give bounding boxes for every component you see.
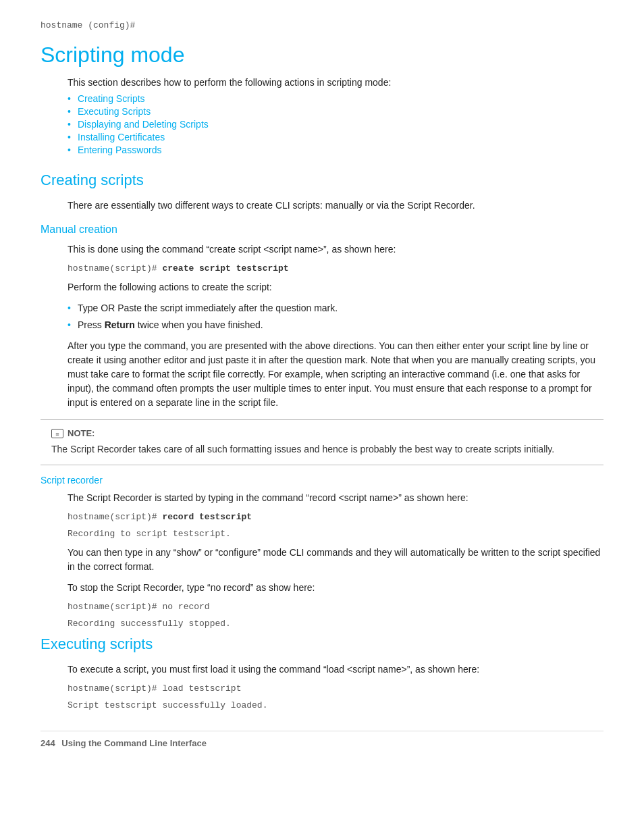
script-recorder-code2: Recording to script testscript.: [68, 529, 603, 539]
note-box: NOTE: The Script Recorder takes care of …: [41, 419, 603, 465]
note-label: NOTE:: [51, 428, 593, 438]
manual-creation-text1: This is done using the command “create s…: [68, 242, 603, 257]
top-code-block: hostname (config)#: [41, 20, 603, 30]
link-executing-scripts[interactable]: Executing Scripts: [78, 106, 151, 117]
manual-creation-code1: hostname(script)# create script testscri…: [68, 263, 603, 273]
executing-scripts-code2: Script testscript successfully loaded.: [68, 700, 603, 710]
link-entering-passwords[interactable]: Entering Passwords: [78, 145, 162, 155]
sr-code1-prefix: hostname(script)#: [68, 512, 162, 522]
script-recorder-text2: You can then type in any “show” or “conf…: [68, 546, 603, 574]
executing-scripts-code1: hostname(script)# load testscript: [68, 683, 603, 694]
sr-code1-bold: record testscript: [162, 512, 252, 522]
manual-creation-text2: Perform the following actions to create …: [68, 280, 603, 294]
script-recorder-text3: To stop the Script Recorder, type “no re…: [68, 581, 603, 595]
intro-text: This section describes how to perform th…: [68, 77, 603, 88]
link-creating-scripts[interactable]: Creating Scripts: [78, 93, 145, 104]
manual-creation-text3: After you type the command, you are pres…: [68, 339, 603, 410]
bullet-item-2: Press Return twice when you have finishe…: [78, 318, 603, 332]
footer-page-number: 244: [41, 738, 55, 748]
manual-creation-title: Manual creation: [41, 224, 603, 236]
script-recorder-code1: hostname(script)# record testscript: [68, 512, 603, 522]
page-title: Scripting mode: [41, 43, 603, 68]
link-displaying-deleting-scripts[interactable]: Displaying and Deleting Scripts: [78, 119, 209, 130]
link-installing-certificates[interactable]: Installing Certificates: [78, 132, 165, 142]
code1-bold: create script testscript: [162, 263, 288, 273]
note-text: The Script Recorder takes care of all su…: [51, 442, 593, 457]
footer-bar: 244 Using the Command Line Interface: [41, 731, 603, 748]
link-list: Creating Scripts Executing Scripts Displ…: [78, 93, 603, 155]
note-icon: [51, 429, 63, 438]
code1-prefix: hostname(script)#: [68, 263, 162, 273]
script-recorder-text1: The Script Recorder is started by typing…: [68, 491, 603, 505]
executing-scripts-title: Executing scripts: [41, 635, 603, 653]
manual-creation-bullets: Type OR Paste the script immediately aft…: [78, 301, 603, 332]
creating-scripts-intro: There are essentially two different ways…: [68, 199, 603, 213]
executing-scripts-text1: To execute a script, you must first load…: [68, 662, 603, 677]
creating-scripts-title: Creating scripts: [41, 172, 603, 189]
footer-text: Using the Command Line Interface: [61, 738, 207, 748]
script-recorder-code3: hostname(script)# no record: [68, 602, 603, 612]
script-recorder-code4: Recording successfully stopped.: [68, 619, 603, 629]
bullet-item-1: Type OR Paste the script immediately aft…: [78, 301, 603, 315]
script-recorder-title: Script recorder: [41, 475, 603, 486]
